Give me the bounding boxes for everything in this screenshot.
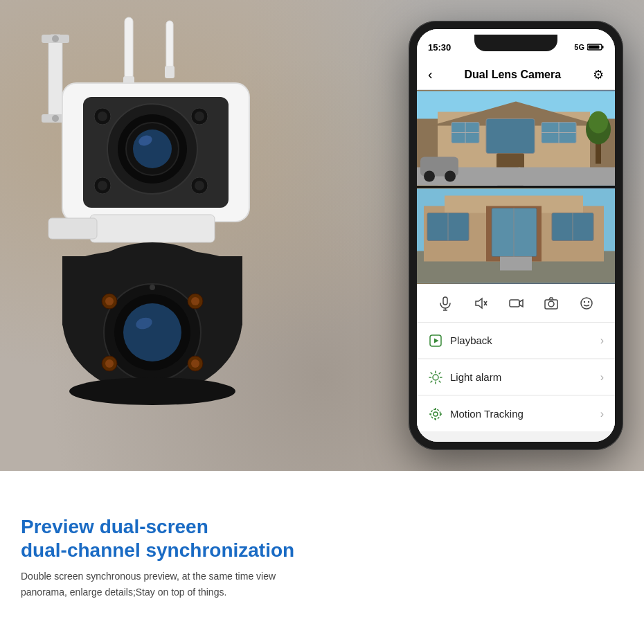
svg-point-87 bbox=[548, 301, 554, 307]
description-text: Double screen synchronous preview, at th… bbox=[21, 569, 312, 600]
svg-rect-78 bbox=[443, 297, 447, 305]
menu-item-light-alarm[interactable]: Light alarm › bbox=[417, 359, 615, 395]
speaker-control[interactable] bbox=[468, 291, 493, 316]
svg-line-100 bbox=[439, 373, 440, 374]
svg-point-21 bbox=[98, 181, 107, 190]
menu-item-motion-tracking[interactable]: Motion Tracking › bbox=[417, 396, 615, 432]
svg-point-93 bbox=[433, 375, 438, 380]
motion-tracking-label: Motion Tracking bbox=[450, 408, 524, 420]
svg-line-98 bbox=[431, 373, 432, 374]
svg-line-99 bbox=[439, 381, 440, 382]
mic-control[interactable] bbox=[433, 291, 458, 316]
svg-point-64 bbox=[424, 171, 435, 182]
playback-chevron: › bbox=[600, 334, 604, 347]
signal-label: 5G bbox=[574, 43, 584, 51]
camera-feeds bbox=[417, 90, 615, 284]
svg-rect-44 bbox=[602, 46, 604, 48]
light-alarm-icon bbox=[428, 370, 443, 385]
svg-marker-85 bbox=[519, 300, 523, 307]
svg-rect-5 bbox=[125, 17, 133, 80]
settings-icon[interactable]: ⚙ bbox=[593, 67, 604, 82]
svg-marker-81 bbox=[476, 298, 482, 308]
title-line2: dual-channel synchronization bbox=[21, 539, 294, 561]
svg-point-4 bbox=[52, 115, 59, 122]
status-time: 15:30 bbox=[428, 42, 451, 53]
svg-rect-77 bbox=[500, 257, 532, 271]
phone-screen: 15:30 5G ‹ Dual Lens bbox=[417, 29, 615, 442]
light-alarm-chevron: › bbox=[600, 371, 604, 384]
svg-point-23 bbox=[195, 181, 204, 190]
svg-point-62 bbox=[589, 111, 608, 134]
svg-point-102 bbox=[433, 412, 438, 416]
svg-point-88 bbox=[581, 298, 592, 309]
svg-point-90 bbox=[587, 301, 589, 302]
svg-rect-45 bbox=[589, 46, 600, 49]
svg-rect-7 bbox=[166, 21, 173, 69]
svg-point-89 bbox=[583, 301, 584, 302]
svg-line-101 bbox=[431, 381, 432, 382]
camera-device bbox=[14, 14, 305, 457]
main-title: Preview dual-screen dual-channel synchro… bbox=[21, 515, 623, 562]
menu-item-light-alarm-left: Light alarm bbox=[428, 370, 501, 385]
svg-point-103 bbox=[431, 409, 440, 419]
menu-list: Playback › bbox=[417, 323, 615, 442]
svg-rect-24 bbox=[90, 215, 215, 242]
feed-top[interactable] bbox=[417, 90, 615, 186]
svg-point-40 bbox=[191, 359, 199, 368]
svg-point-14 bbox=[133, 129, 172, 168]
svg-point-31 bbox=[123, 303, 181, 361]
svg-rect-8 bbox=[165, 66, 175, 78]
page-wrapper: 15:30 5G ‹ Dual Lens bbox=[0, 0, 644, 644]
svg-marker-92 bbox=[434, 338, 439, 343]
app-header: ‹ Dual Lens Camera ⚙ bbox=[417, 60, 615, 90]
feed-bottom[interactable] bbox=[417, 188, 615, 284]
playback-icon bbox=[428, 333, 443, 348]
svg-rect-56 bbox=[486, 119, 535, 154]
svg-point-19 bbox=[195, 111, 204, 121]
title-line1: Preview dual-screen bbox=[21, 516, 208, 537]
snapshot-control[interactable] bbox=[539, 291, 564, 316]
phone-notch bbox=[474, 35, 557, 51]
menu-item-motion-left: Motion Tracking bbox=[428, 406, 524, 422]
status-right: 5G bbox=[574, 43, 604, 51]
bottom-section: Preview dual-screen dual-channel synchro… bbox=[0, 471, 644, 644]
face-control[interactable] bbox=[574, 291, 599, 316]
svg-point-17 bbox=[98, 111, 107, 121]
light-alarm-label: Light alarm bbox=[450, 371, 501, 383]
svg-point-42 bbox=[69, 377, 235, 405]
svg-point-41 bbox=[150, 285, 155, 290]
app-title: Dual Lens Camera bbox=[465, 69, 562, 81]
motion-tracking-icon bbox=[428, 406, 443, 422]
back-button[interactable]: ‹ bbox=[428, 66, 433, 82]
record-control[interactable] bbox=[503, 291, 528, 316]
svg-point-3 bbox=[52, 35, 59, 42]
battery-icon bbox=[587, 43, 604, 51]
menu-item-playback[interactable]: Playback › bbox=[417, 323, 615, 359]
controls-bar bbox=[417, 284, 615, 323]
svg-point-36 bbox=[191, 297, 199, 305]
svg-point-65 bbox=[445, 171, 456, 182]
svg-rect-84 bbox=[510, 300, 519, 307]
playback-label: Playback bbox=[450, 334, 492, 346]
phone-frame: 15:30 5G ‹ Dual Lens bbox=[409, 21, 623, 450]
svg-rect-0 bbox=[48, 35, 62, 118]
top-section: 15:30 5G ‹ Dual Lens bbox=[0, 0, 644, 471]
svg-point-38 bbox=[105, 359, 114, 368]
svg-point-34 bbox=[105, 297, 114, 305]
motion-tracking-chevron: › bbox=[600, 408, 604, 420]
phone-mockup: 15:30 5G ‹ Dual Lens bbox=[409, 21, 623, 450]
svg-rect-25 bbox=[48, 218, 97, 239]
menu-item-playback-left: Playback bbox=[428, 333, 492, 348]
